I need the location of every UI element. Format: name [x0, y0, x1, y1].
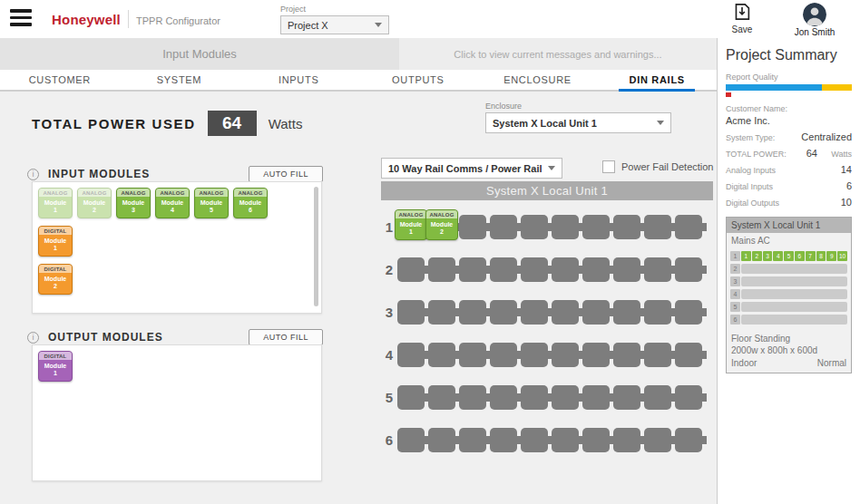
rail-3-slot-2[interactable]	[428, 300, 455, 325]
output-autofill-button[interactable]: AUTO FILL	[249, 329, 323, 345]
rail-5-slot-8[interactable]	[613, 385, 640, 410]
rail-6-slot-7[interactable]	[582, 428, 610, 452]
power-fail-checkbox[interactable]	[602, 160, 615, 173]
rail-2-slot-8[interactable]	[613, 257, 640, 282]
tab-outputs[interactable]: OUTPUTS	[358, 70, 478, 90]
module-analog-2[interactable]: ANALOGModule2	[77, 188, 112, 218]
rail-6-slot-5[interactable]	[521, 428, 548, 452]
module-analog-2[interactable]: ANALOGModule2	[425, 209, 458, 240]
tab-system[interactable]: SYSTEM	[120, 70, 239, 90]
rail-2-slot-9[interactable]	[644, 257, 671, 282]
rail-5-slot-2[interactable]	[428, 385, 455, 410]
module-type-label: DIGITAL	[39, 352, 72, 360]
rail-4-slot-5[interactable]	[521, 343, 548, 367]
rail-3-slot-8[interactable]	[613, 300, 640, 325]
module-digital-1[interactable]: DIGITALModule1	[38, 351, 73, 382]
module-analog-6[interactable]: ANALOGModule6	[233, 188, 268, 218]
rail-6-slot-4[interactable]	[490, 428, 517, 452]
summary-field-value: 14	[841, 164, 852, 175]
module-analog-1[interactable]: ANALOGModule1	[38, 188, 73, 218]
tab-enclosure[interactable]: ENCLOSURE	[478, 70, 598, 90]
rail-2-slot-4[interactable]	[490, 257, 517, 282]
menu-icon[interactable]	[10, 9, 32, 28]
rail-3-slot-5[interactable]	[521, 300, 548, 325]
rail-1-slot-5[interactable]	[521, 215, 548, 239]
enclosure-select[interactable]: System X Local Unit 1	[485, 112, 671, 133]
mini-rail-cell: 5	[784, 251, 794, 261]
rail-3-slot-6[interactable]	[552, 300, 579, 325]
rail-2-slot-10[interactable]	[675, 257, 702, 282]
rail-2-slot-6[interactable]	[552, 257, 579, 282]
module-analog-4[interactable]: ANALOGModule4	[155, 188, 190, 218]
rail-1-slot-1[interactable]: ANALOGModule1	[397, 215, 425, 239]
rail-5-slot-6[interactable]	[552, 385, 579, 410]
input-modules-title: INPUT MODULES	[48, 168, 249, 180]
rail-4-slot-3[interactable]	[459, 343, 486, 367]
rail-5-slot-1[interactable]	[397, 385, 425, 410]
rail-3-slot-10[interactable]	[675, 300, 702, 325]
rail-6-slot-3[interactable]	[459, 428, 486, 452]
rail-4-slot-1[interactable]	[397, 343, 425, 367]
analog-modules-row: ANALOGModule1ANALOGModule2ANALOGModule3A…	[38, 188, 316, 218]
rail-2-slot-2[interactable]	[428, 257, 455, 282]
rail-1-slot-6[interactable]	[552, 215, 579, 239]
module-analog-1[interactable]: ANALOGModule1	[395, 209, 427, 240]
save-button[interactable]: Save	[727, 4, 757, 34]
rail-type-select[interactable]: 10 Way Rail Comms / Power Rail	[381, 158, 562, 179]
rail-1-slot-9[interactable]	[644, 215, 671, 239]
messages-bar[interactable]: Click to view current messages and warni…	[399, 38, 717, 70]
input-autofill-button[interactable]: AUTO FILL	[249, 166, 323, 182]
mini-rail-cells: 12345678910	[741, 251, 847, 261]
rail-4-slot-9[interactable]	[644, 343, 671, 367]
rail-1-slot-10[interactable]	[675, 215, 702, 239]
rail-3-slot-3[interactable]	[459, 300, 486, 325]
rail-4-slot-6[interactable]	[552, 343, 579, 367]
rail-1-slot-3[interactable]	[459, 215, 486, 239]
rail-5-slot-7[interactable]	[582, 385, 610, 410]
rail-6-slot-10[interactable]	[675, 428, 702, 452]
rail-4-slot-10[interactable]	[675, 343, 702, 367]
rail-6-slot-9[interactable]	[644, 428, 671, 452]
rail-5-slot-9[interactable]	[644, 385, 671, 410]
rail-5-slot-3[interactable]	[459, 385, 486, 410]
rail-2-slot-7[interactable]	[582, 257, 610, 282]
rail-3-slot-9[interactable]	[644, 300, 671, 325]
module-analog-5[interactable]: ANALOGModule5	[194, 188, 229, 218]
rail-2-slot-1[interactable]	[397, 257, 425, 282]
rail-1-slot-2[interactable]: ANALOGModule2	[428, 215, 455, 239]
tab-din-rails[interactable]: DIN RAILS	[597, 70, 717, 90]
scrollbar[interactable]	[314, 187, 318, 306]
rail-5-slot-4[interactable]	[490, 385, 517, 410]
report-quality-bar	[726, 84, 852, 91]
rail-2-slot-3[interactable]	[459, 257, 486, 282]
rail-3-slot-4[interactable]	[490, 300, 517, 325]
rail-1-slot-4[interactable]	[490, 215, 517, 239]
info-icon[interactable]: i	[27, 169, 39, 180]
rail-type-select-value: 10 Way Rail Comms / Power Rail	[388, 163, 542, 174]
rail-4-slot-2[interactable]	[428, 343, 455, 367]
rail-4-slot-4[interactable]	[490, 343, 517, 367]
rail-3-slot-7[interactable]	[582, 300, 610, 325]
summary-field-value: 64	[806, 148, 817, 159]
rail-2-slot-5[interactable]	[521, 257, 548, 282]
rail-6-slot-6[interactable]	[552, 428, 579, 452]
rail-4-slot-7[interactable]	[582, 343, 610, 367]
module-analog-3[interactable]: ANALOGModule3	[116, 188, 151, 218]
rail-1-slot-8[interactable]	[613, 215, 640, 239]
info-icon[interactable]: i	[27, 332, 39, 344]
rail-5-slot-5[interactable]	[521, 385, 548, 410]
rail-6-slot-1[interactable]	[397, 428, 425, 452]
rail-6-slot-8[interactable]	[613, 428, 640, 452]
rail-1-slot-7[interactable]	[582, 215, 610, 239]
mini-rail-cell: 2	[752, 251, 762, 261]
rail-6-slot-2[interactable]	[428, 428, 455, 452]
rail-5-slot-10[interactable]	[675, 385, 702, 410]
rail-4-slot-8[interactable]	[613, 343, 640, 367]
tab-customer[interactable]: CUSTOMER	[0, 70, 120, 90]
module-digital-2[interactable]: DIGITALModule2	[38, 264, 73, 295]
rail-3-slot-1[interactable]	[397, 300, 425, 325]
project-select[interactable]: Project X	[280, 15, 389, 34]
module-digital-1[interactable]: DIGITALModule1	[38, 226, 73, 257]
tab-inputs[interactable]: INPUTS	[239, 70, 358, 90]
user-menu[interactable]: Jon Smith	[787, 3, 842, 37]
